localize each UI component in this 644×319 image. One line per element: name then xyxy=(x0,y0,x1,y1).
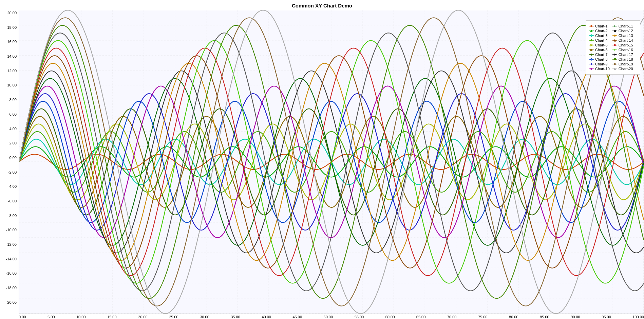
legend-label: Chart-16 xyxy=(619,48,633,52)
legend-icon xyxy=(612,67,617,71)
legend-icon xyxy=(589,24,594,28)
legend-icon xyxy=(612,24,617,28)
y-axis-label: -4.00 xyxy=(8,185,17,188)
legend-icon xyxy=(612,39,617,42)
y-axis-label: -16.00 xyxy=(6,272,17,275)
legend-icon xyxy=(589,43,594,47)
x-axis-label: 45.00 xyxy=(292,315,302,319)
x-axis-label: 25.00 xyxy=(169,315,178,319)
legend-item: Chart-11 xyxy=(612,24,633,28)
legend-item: Chart-4 xyxy=(589,38,610,42)
legend-columns: Chart-1Chart-2Chart-3Chart-4Chart-5Chart… xyxy=(589,24,637,71)
legend-item: Chart-15 xyxy=(612,43,633,47)
x-axis-label: 90.00 xyxy=(571,315,580,319)
legend-label: Chart-14 xyxy=(619,38,633,42)
legend-icon xyxy=(589,48,594,52)
legend-label: Chart-20 xyxy=(619,67,633,71)
x-axis-spacer xyxy=(0,314,19,319)
legend-icon xyxy=(612,34,617,37)
x-axis-label: 0.00 xyxy=(19,315,26,319)
chart-plot-area: Chart-1Chart-2Chart-3Chart-4Chart-5Chart… xyxy=(19,10,644,314)
legend-area: Chart-1Chart-2Chart-3Chart-4Chart-5Chart… xyxy=(586,20,640,75)
x-axis-label: 5.00 xyxy=(48,315,55,319)
legend-label: Chart-2 xyxy=(595,29,608,33)
legend-item: Chart-17 xyxy=(612,53,633,57)
y-axis-label: -20.00 xyxy=(6,301,17,304)
y-axis-label: -10.00 xyxy=(6,228,17,232)
svg-point-26 xyxy=(591,68,592,70)
chart-svg xyxy=(19,10,644,314)
y-axis-label: -14.00 xyxy=(6,257,17,261)
y-axis-label: 0.00 xyxy=(10,156,17,160)
x-axis-label: 50.00 xyxy=(324,315,333,319)
legend-item: Chart-20 xyxy=(612,67,633,71)
legend-label: Chart-4 xyxy=(595,38,608,42)
chart-title: Common XY Chart Demo xyxy=(292,3,352,8)
legend-label: Chart-11 xyxy=(619,24,633,28)
svg-point-33 xyxy=(614,35,615,37)
legend-item: Chart-13 xyxy=(612,34,633,38)
legend-label: Chart-13 xyxy=(619,34,633,38)
x-axis-label: 70.00 xyxy=(447,315,457,319)
legend-col-1: Chart-1Chart-2Chart-3Chart-4Chart-5Chart… xyxy=(589,24,610,71)
legend-label: Chart-3 xyxy=(595,34,608,38)
legend-label: Chart-17 xyxy=(619,53,633,57)
y-axis-label: 10.00 xyxy=(7,83,17,87)
legend-item: Chart-19 xyxy=(612,62,633,66)
x-axis-label: 55.00 xyxy=(355,315,364,319)
y-axis-label: 20.00 xyxy=(7,11,17,15)
legend-item: Chart-14 xyxy=(612,38,633,42)
legend-label: Chart-6 xyxy=(595,48,608,52)
y-axis-label: 18.00 xyxy=(7,26,17,29)
legend-item: Chart-5 xyxy=(589,43,610,47)
legend-item: Chart-6 xyxy=(589,48,610,52)
legend-item: Chart-18 xyxy=(612,57,633,61)
legend-item: Chart-2 xyxy=(589,29,610,33)
x-axis-labels: 0.005.0010.0015.0020.0025.0030.0035.0040… xyxy=(19,314,644,319)
legend-item: Chart-9 xyxy=(589,62,610,66)
x-axis-label: 80.00 xyxy=(509,315,518,319)
legend-icon xyxy=(612,48,617,52)
svg-rect-31 xyxy=(614,30,615,32)
x-axis-row: 0.005.0010.0015.0020.0025.0030.0035.0040… xyxy=(0,314,644,319)
x-axis-label: 100.00 xyxy=(632,315,644,319)
x-axis-label: 20.00 xyxy=(138,315,148,319)
legend-label: Chart-10 xyxy=(595,67,610,71)
legend-icon xyxy=(589,39,594,42)
svg-point-37 xyxy=(614,44,615,46)
svg-point-6 xyxy=(591,25,592,27)
legend-icon xyxy=(612,58,617,61)
legend-icon xyxy=(589,62,594,66)
x-axis-label: 75.00 xyxy=(478,315,488,319)
legend-col-2: Chart-11Chart-12Chart-13Chart-14Chart-15… xyxy=(612,24,633,71)
y-axis-label: -6.00 xyxy=(8,199,17,203)
legend-icon xyxy=(589,29,594,33)
y-axis-label: -18.00 xyxy=(6,286,17,290)
legend-label: Chart-5 xyxy=(595,43,608,47)
legend-label: Chart-18 xyxy=(619,57,633,61)
x-axis-label: 30.00 xyxy=(200,315,209,319)
svg-point-47 xyxy=(614,63,615,65)
legend-item: Chart-1 xyxy=(589,24,610,28)
svg-marker-24 xyxy=(590,63,592,65)
x-axis-label: 60.00 xyxy=(385,315,395,319)
legend-label: Chart-9 xyxy=(595,62,608,66)
x-axis-label: 15.00 xyxy=(107,315,117,319)
legend-item: Chart-8 xyxy=(589,57,610,61)
x-axis-label: 65.00 xyxy=(416,315,426,319)
svg-rect-18 xyxy=(591,49,592,51)
legend-item: Chart-7 xyxy=(589,53,610,57)
legend-label: Chart-7 xyxy=(595,53,608,57)
chart-area: 20.0018.0016.0014.0012.0010.008.006.004.… xyxy=(0,10,644,314)
legend-item: Chart-16 xyxy=(612,48,633,52)
legend-icon xyxy=(589,58,594,61)
y-axis-label: 8.00 xyxy=(10,98,17,102)
legend-icon xyxy=(589,67,594,71)
legend-item: Chart-10 xyxy=(589,67,610,71)
legend-icon xyxy=(612,62,617,66)
y-axis-label: 16.00 xyxy=(7,40,17,44)
y-axis-label: -12.00 xyxy=(6,243,17,246)
legend-item: Chart-3 xyxy=(589,34,610,38)
x-axis-label: 10.00 xyxy=(76,315,86,319)
svg-point-20 xyxy=(591,54,592,56)
